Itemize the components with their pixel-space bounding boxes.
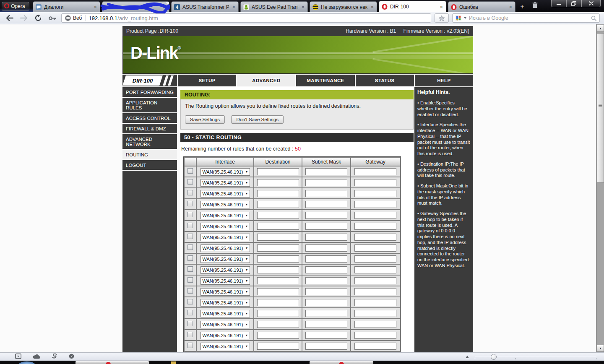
gateway-input[interactable] xyxy=(354,190,396,197)
opera-link-cloud-icon[interactable] xyxy=(33,353,40,361)
route-enable-checkbox[interactable] xyxy=(187,168,193,174)
route-enable-checkbox[interactable] xyxy=(187,332,193,337)
new-tab-button[interactable]: + xyxy=(518,3,526,10)
sidebar-item-advanced-network[interactable]: ADVANCED NETWORK xyxy=(122,134,177,150)
subnet-mask-input[interactable] xyxy=(305,310,347,317)
route-enable-checkbox[interactable] xyxy=(187,255,193,261)
interface-select[interactable]: WAN(95.25.46.191)▼ xyxy=(200,332,250,339)
browser-tab-censored[interactable]: × xyxy=(102,1,169,12)
route-enable-checkbox[interactable] xyxy=(187,212,193,217)
destination-input[interactable] xyxy=(257,201,299,208)
search-engine-caret-icon[interactable] xyxy=(464,17,466,19)
interface-select[interactable]: WAN(95.25.46.191)▼ xyxy=(200,299,250,307)
interface-select[interactable]: WAN(95.25.46.191)▼ xyxy=(200,310,250,317)
route-enable-checkbox[interactable] xyxy=(187,299,193,304)
destination-input[interactable] xyxy=(257,255,299,263)
taskbar-window-button[interactable] xyxy=(310,361,373,364)
interface-select[interactable]: WAN(95.25.46.191)▼ xyxy=(200,288,250,296)
search-bar[interactable] xyxy=(452,13,600,23)
restore-button[interactable] xyxy=(566,0,581,7)
interface-select[interactable]: WAN(95.25.46.191)▼ xyxy=(200,277,250,285)
interface-select[interactable]: WAN(95.25.46.191)▼ xyxy=(200,343,250,350)
destination-input[interactable] xyxy=(257,299,299,306)
route-enable-checkbox[interactable] xyxy=(187,266,193,272)
opera-turbo-icon[interactable] xyxy=(52,353,57,361)
destination-input[interactable] xyxy=(257,179,299,186)
interface-select[interactable]: WAN(95.25.46.191)▼ xyxy=(200,234,250,241)
site-badge[interactable]: Веб xyxy=(65,15,86,21)
gateway-input[interactable] xyxy=(354,223,396,230)
closed-tabs-trash-icon[interactable] xyxy=(530,2,540,10)
windows-taskbar[interactable] xyxy=(0,361,604,364)
url-text[interactable]: 192.168.0.1/adv_routing.htm xyxy=(89,15,158,21)
route-enable-checkbox[interactable] xyxy=(187,310,193,315)
route-enable-checkbox[interactable] xyxy=(187,288,193,294)
interface-select[interactable]: WAN(95.25.46.191)▼ xyxy=(200,168,250,176)
browser-tab-диалоги[interactable]: Диалоги× xyxy=(33,1,100,12)
route-enable-checkbox[interactable] xyxy=(187,234,193,239)
destination-input[interactable] xyxy=(257,310,299,317)
gateway-input[interactable] xyxy=(354,310,396,317)
subnet-mask-input[interactable] xyxy=(305,244,347,252)
scroll-down-button[interactable]: ▼ xyxy=(597,345,604,352)
interface-select[interactable]: WAN(95.25.46.191)▼ xyxy=(200,255,250,263)
address-bar[interactable]: Веб 192.168.0.1/adv_routing.htm xyxy=(61,13,431,23)
subnet-mask-input[interactable] xyxy=(305,277,347,284)
sidebar-item-firewall-dmz[interactable]: FIREWALL & DMZ xyxy=(122,124,177,134)
interface-select[interactable]: WAN(95.25.46.191)▼ xyxy=(200,244,250,252)
tab-advanced[interactable]: ADVANCED xyxy=(236,75,295,86)
taskbar-app-icon[interactable] xyxy=(19,361,35,364)
destination-input[interactable] xyxy=(257,266,299,273)
zoom-popup-arrow-icon[interactable] xyxy=(466,356,469,358)
subnet-mask-input[interactable] xyxy=(305,266,347,273)
opera-menu-button[interactable]: O Opera xyxy=(2,2,29,11)
subnet-mask-input[interactable] xyxy=(305,223,347,230)
reload-button[interactable] xyxy=(33,15,44,21)
sidebar-item-routing[interactable]: ROUTING xyxy=(122,150,177,160)
subnet-mask-input[interactable] xyxy=(305,234,347,241)
browser-tab-asus-transformer-pad[interactable]: 4ASUS Transformer Pad...× xyxy=(171,1,239,12)
subnet-mask-input[interactable] xyxy=(305,190,347,197)
tab-close-icon[interactable]: × xyxy=(370,4,375,10)
interface-select[interactable]: WAN(95.25.46.191)▼ xyxy=(200,190,250,198)
sidebar-item-port-forwarding[interactable]: PORT FORWARDING xyxy=(122,87,177,98)
key-icon[interactable] xyxy=(47,16,58,21)
destination-input[interactable] xyxy=(257,190,299,197)
gateway-input[interactable] xyxy=(354,266,396,273)
bookmark-star-button[interactable] xyxy=(435,13,449,23)
tab-maintenance[interactable]: MAINTENANCE xyxy=(295,75,354,86)
subnet-mask-input[interactable] xyxy=(305,255,347,263)
subnet-mask-input[interactable] xyxy=(305,332,347,339)
taskbar-window-button[interactable] xyxy=(76,361,149,364)
vertical-scrollbar[interactable]: ▲ ▼ xyxy=(596,24,604,352)
interface-select[interactable]: WAN(95.25.46.191)▼ xyxy=(200,321,250,328)
interface-select[interactable]: WAN(95.25.46.191)▼ xyxy=(200,266,250,274)
subnet-mask-input[interactable] xyxy=(305,179,347,186)
minimize-button[interactable] xyxy=(551,0,566,7)
route-enable-checkbox[interactable] xyxy=(187,190,193,195)
gateway-input[interactable] xyxy=(354,244,396,252)
gateway-input[interactable] xyxy=(354,332,396,339)
sidebar-item-access-control[interactable]: ACCESS CONTROL xyxy=(122,113,177,124)
browser-tab-ошибка[interactable]: Ошибка× xyxy=(448,1,515,12)
gateway-input[interactable] xyxy=(354,234,396,241)
gateway-input[interactable] xyxy=(354,288,396,295)
sidebar-item-logout[interactable]: LOGOUT xyxy=(122,160,177,171)
back-button[interactable] xyxy=(4,15,15,21)
destination-input[interactable] xyxy=(257,168,299,175)
browser-tab-dir-100[interactable]: DIR-100× xyxy=(379,1,446,12)
subnet-mask-input[interactable] xyxy=(305,299,347,306)
destination-input[interactable] xyxy=(257,223,299,230)
destination-input[interactable] xyxy=(257,343,299,350)
route-enable-checkbox[interactable] xyxy=(187,179,193,185)
tab-close-icon[interactable]: × xyxy=(93,4,98,10)
route-enable-checkbox[interactable] xyxy=(187,321,193,326)
subnet-mask-input[interactable] xyxy=(305,212,347,219)
subnet-mask-input[interactable] xyxy=(305,168,347,175)
sidebar-item-application-rules[interactable]: APPLICATION RULES xyxy=(122,98,177,113)
subnet-mask-input[interactable] xyxy=(305,343,347,350)
scroll-up-button[interactable]: ▲ xyxy=(597,25,604,32)
interface-select[interactable]: WAN(95.25.46.191)▼ xyxy=(200,179,250,187)
subnet-mask-input[interactable] xyxy=(305,288,347,295)
tab-close-icon[interactable]: × xyxy=(300,4,305,10)
